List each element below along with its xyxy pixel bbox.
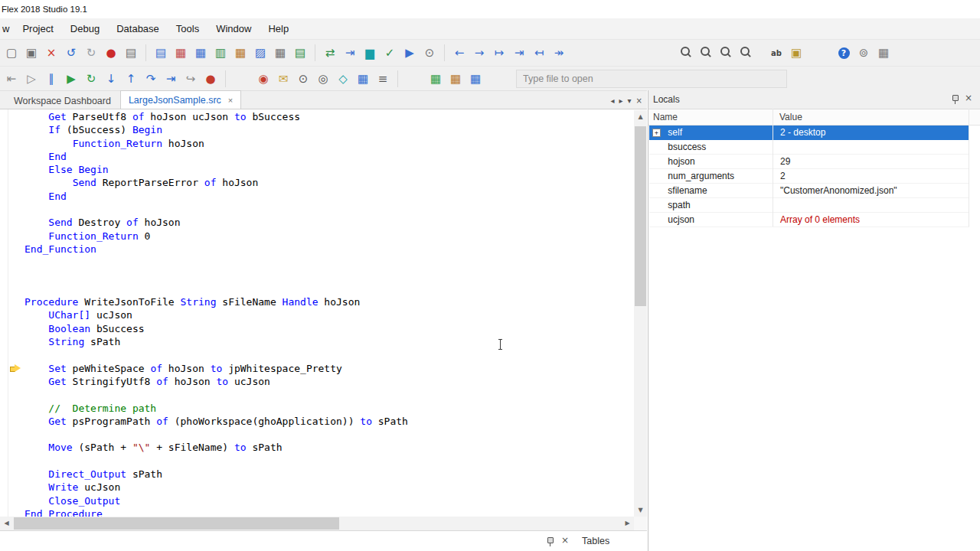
pin-icon[interactable] xyxy=(546,536,554,546)
tab-scroll-left-icon[interactable]: ◂ xyxy=(611,96,615,105)
expressions-icon[interactable]: ◇ xyxy=(333,70,353,88)
locals-row[interactable]: + self 2 - desktop xyxy=(649,126,969,140)
code-line[interactable]: Send Destroy of hoJson xyxy=(24,216,634,229)
code-line[interactable] xyxy=(24,256,634,269)
print-icon[interactable]: ▤ xyxy=(121,44,141,62)
table-icon[interactable]: ▦ xyxy=(191,44,211,62)
restart-icon[interactable]: ↻ xyxy=(81,70,101,88)
code-line[interactable] xyxy=(24,455,634,468)
scroll-down-icon[interactable]: ▼ xyxy=(634,504,647,517)
table-open-icon[interactable]: ▦ xyxy=(446,70,466,88)
locals-row[interactable]: ucjson Array of 0 elements xyxy=(649,213,969,227)
scroll-up-icon[interactable]: ▲ xyxy=(634,110,647,123)
tab-list-icon[interactable]: ▾ xyxy=(628,96,632,105)
code-line[interactable] xyxy=(24,203,634,216)
locals-row[interactable]: num_arguments 2 xyxy=(649,169,969,184)
record-macro-icon[interactable]: ● xyxy=(101,44,121,62)
code-line[interactable]: Direct_Output sPath xyxy=(24,468,634,481)
nav-back-icon[interactable]: ← xyxy=(449,44,469,62)
index-icon[interactable]: ▦ xyxy=(230,44,250,62)
horizontal-scrollbar-thumb[interactable] xyxy=(14,517,339,530)
sql-icon[interactable]: ▤ xyxy=(290,44,310,62)
tab-tables[interactable]: Tables xyxy=(582,536,609,546)
code-line[interactable]: Function_Return hoJson xyxy=(24,137,634,150)
code-line[interactable]: Close_Output xyxy=(24,494,634,507)
close-panel-icon[interactable]: × xyxy=(965,93,972,103)
code-line[interactable]: String sPath xyxy=(24,335,634,348)
table-add-icon[interactable]: ▦ xyxy=(426,70,446,88)
menu-help[interactable]: Help xyxy=(260,18,297,39)
code-line[interactable]: Get StringifyUtf8 of hoJson to ucJson xyxy=(24,375,634,388)
about-icon[interactable]: ⊚ xyxy=(854,44,874,62)
windows-icon[interactable]: ▦ xyxy=(874,44,893,62)
column-header-name[interactable]: Name xyxy=(653,112,678,122)
code-line[interactable]: End_Procedure xyxy=(24,507,634,517)
menu-database[interactable]: Database xyxy=(108,18,168,39)
tab-scroll-right-icon[interactable]: ▸ xyxy=(619,96,623,105)
menu-tools[interactable]: Tools xyxy=(168,18,207,39)
code-line[interactable]: Move (sPath + "\" + sFileName) to sPath xyxy=(24,441,634,454)
redo-icon[interactable]: ↻ xyxy=(81,44,101,62)
start-no-debug-icon[interactable]: ▷ xyxy=(21,70,41,88)
code-line[interactable]: Get ParseUtf8 of hoJson ucJson to bSucce… xyxy=(24,110,634,123)
code-lines[interactable]: Get ParseUtf8 of hoJson ucJson to bSucce… xyxy=(0,109,634,517)
data-dictionary-icon[interactable]: ▦ xyxy=(171,44,191,62)
skip-icon[interactable]: ↪ xyxy=(181,70,201,88)
tab-close-icon[interactable]: × xyxy=(636,96,642,105)
open-file-icon[interactable]: ▢ xyxy=(2,44,21,62)
table-sync-icon[interactable]: ▦ xyxy=(466,70,485,88)
delete-icon[interactable]: × xyxy=(41,44,61,62)
step-out-icon[interactable]: ↑ xyxy=(121,70,141,88)
vertical-scrollbar-thumb[interactable] xyxy=(635,126,646,306)
code-line[interactable]: // Determine path xyxy=(24,402,634,415)
call-stack-icon[interactable]: ≡ xyxy=(373,70,393,88)
pin-icon[interactable] xyxy=(951,94,959,104)
close-panel-icon[interactable]: × xyxy=(561,535,569,546)
locals-row[interactable]: spath xyxy=(649,198,969,213)
code-line[interactable]: End xyxy=(24,190,634,203)
code-editor[interactable]: Get ParseUtf8 of hoJson ucJson to bSucce… xyxy=(0,109,647,517)
code-line[interactable]: Send ReportParseError of hoJson xyxy=(24,176,634,189)
menu-window[interactable]: Window xyxy=(207,18,260,39)
browse-table-icon[interactable]: ▦ xyxy=(270,44,290,62)
pause-icon[interactable]: ∥ xyxy=(41,70,61,88)
editor-horizontal-scrollbar[interactable]: ◀ ▶ xyxy=(0,517,634,530)
chart-icon[interactable]: ▆ xyxy=(360,44,380,62)
run-program-icon[interactable]: ▶ xyxy=(400,44,420,62)
file-open-input[interactable] xyxy=(516,70,787,88)
locals-row[interactable]: hojson 29 xyxy=(649,155,969,169)
column-divider[interactable] xyxy=(773,109,773,227)
code-line[interactable]: Boolean bSuccess xyxy=(24,322,634,335)
step-over-icon[interactable]: ↷ xyxy=(141,70,161,88)
stop-icon[interactable]: ● xyxy=(201,70,220,88)
code-line[interactable]: Procedure WriteJsonToFile String sFileNa… xyxy=(24,295,634,308)
locals-row[interactable]: bsuccess xyxy=(649,140,969,155)
scroll-right-icon[interactable]: ▶ xyxy=(621,517,634,530)
code-line[interactable]: Set peWhiteSpace of hoJson to jpWhitespa… xyxy=(24,362,634,375)
code-line[interactable]: If (bSuccess) Begin xyxy=(24,123,634,136)
tab-close-icon[interactable]: × xyxy=(228,96,233,105)
find-icon[interactable] xyxy=(676,44,696,62)
nav-forward-icon[interactable]: → xyxy=(469,44,489,62)
preview-icon[interactable]: ⊙ xyxy=(420,44,439,62)
code-line[interactable] xyxy=(24,269,634,282)
step-into-icon[interactable]: ↓ xyxy=(101,70,121,88)
menu-project[interactable]: Project xyxy=(14,18,61,39)
tab-largejsonsample-src[interactable]: LargeJsonSample.src × xyxy=(120,90,241,109)
code-line[interactable] xyxy=(24,388,634,401)
code-line[interactable]: Get psProgramPath of (phoWorkspace(ghoAp… xyxy=(24,415,634,428)
export-icon[interactable]: ⇥ xyxy=(340,44,360,62)
run-to-cursor-icon[interactable]: ⇥ xyxy=(161,70,181,88)
bookmark-prev-icon[interactable]: ↤ xyxy=(529,44,549,62)
start-debug-icon[interactable]: ▶ xyxy=(61,70,81,88)
code-line[interactable] xyxy=(24,282,634,295)
code-line[interactable]: End xyxy=(24,150,634,163)
goto-definition-icon[interactable]: ↦ xyxy=(489,44,509,62)
code-line[interactable]: Else Begin xyxy=(24,163,634,176)
message-icon[interactable]: ✉ xyxy=(273,70,293,88)
attach-icon[interactable]: ⇤ xyxy=(2,70,21,88)
rename-icon[interactable]: ab xyxy=(766,44,786,62)
code-line[interactable]: Function_Return 0 xyxy=(24,230,634,243)
bookmark-next-icon[interactable]: ↠ xyxy=(549,44,569,62)
check-icon[interactable]: ✓ xyxy=(380,44,400,62)
